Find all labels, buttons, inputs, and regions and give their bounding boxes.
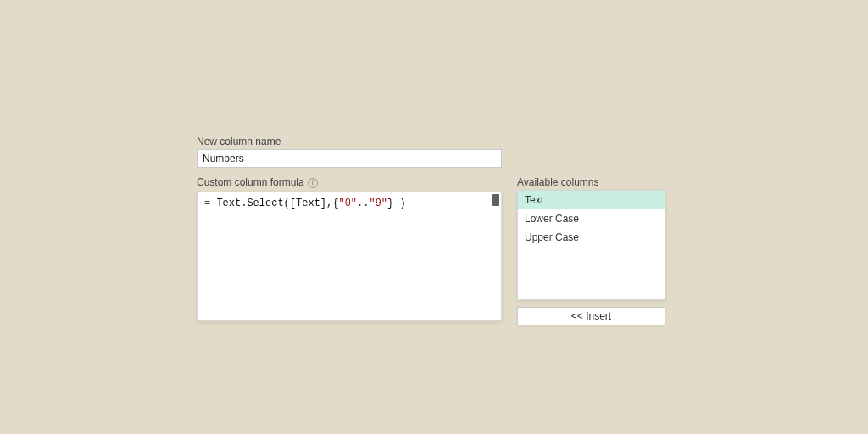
list-item[interactable]: Text [518,191,665,209]
scrollbar-thumb[interactable] [492,194,499,206]
formula-prefix: = [204,198,216,209]
custom-column-panel: New column name Custom column formula i … [197,136,671,326]
new-column-name-label: New column name [197,136,671,147]
formula-section: Custom column formula i = Text.Select([T… [197,176,502,326]
info-icon[interactable]: i [308,178,318,188]
formula-str2: "9" [369,198,387,209]
formula-func-open: Text.Select([Text],{ [216,198,338,209]
new-column-name-input[interactable] [197,149,502,168]
list-item[interactable]: Lower Case [518,209,665,228]
formula-str1: "0" [338,198,357,209]
formula-editor[interactable]: = Text.Select([Text],{"0".."9"} ) [197,192,502,321]
formula-func-close: } ) [387,198,406,209]
list-item[interactable]: Upper Case [518,228,665,247]
available-columns-list: Text Lower Case Upper Case [517,190,665,300]
formula-range: .. [357,198,369,209]
formula-label: Custom column formula [197,176,304,188]
insert-button[interactable]: << Insert [517,307,665,326]
available-columns-label: Available columns [517,176,665,188]
available-columns-section: Available columns Text Lower Case Upper … [517,176,665,326]
